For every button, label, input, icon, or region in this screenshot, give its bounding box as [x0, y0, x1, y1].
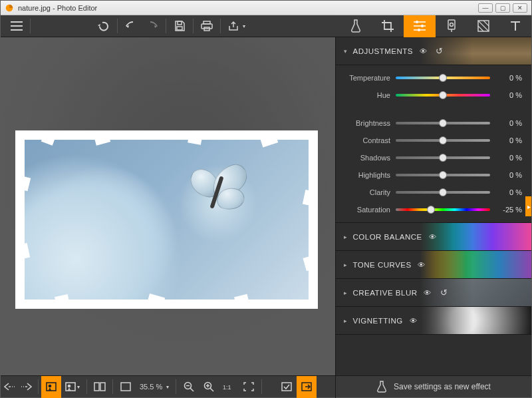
- panel-collapse-handle[interactable]: ▸: [525, 196, 531, 216]
- zoom-out-button[interactable]: [179, 376, 199, 398]
- tab-retouch[interactable]: [436, 15, 467, 37]
- butterfly-icon: [188, 162, 268, 222]
- slider-label: Shadows: [342, 154, 390, 162]
- slider-track[interactable]: [396, 156, 490, 159]
- forward-button[interactable]: [142, 15, 163, 37]
- zoom-100-button[interactable]: 1:1: [219, 376, 239, 398]
- next-image-button[interactable]: [18, 376, 35, 398]
- slider-knob[interactable]: [439, 171, 447, 179]
- minimize-button[interactable]: —: [478, 3, 493, 13]
- slider-value: -25 %: [495, 206, 522, 214]
- svg-point-10: [450, 23, 454, 27]
- export-button[interactable]: ▾: [223, 15, 250, 37]
- save-effect-label: Save settings as new effect: [394, 382, 491, 391]
- undo-button[interactable]: [93, 15, 114, 37]
- slider-label: Highlights: [342, 171, 390, 179]
- slider-label: Brightness: [342, 119, 390, 127]
- section-title: CREATIVE BLUR: [353, 289, 418, 297]
- zoom-readout: 35.5 %: [136, 383, 166, 391]
- eye-icon[interactable]: 👁: [428, 233, 438, 241]
- print-button[interactable]: [196, 15, 217, 37]
- tab-effects[interactable]: [340, 15, 372, 37]
- slider-knob[interactable]: [439, 136, 447, 144]
- slider-knob[interactable]: [427, 206, 435, 214]
- section-title: VIGNETTING: [353, 317, 403, 325]
- slider-value: 0 %: [495, 154, 522, 162]
- back-button[interactable]: [120, 15, 142, 37]
- slider-clarity: Clarity0 %: [342, 186, 522, 198]
- tab-adjust[interactable]: [404, 15, 436, 37]
- slider-track[interactable]: [396, 208, 490, 211]
- section-title: COLOR BALANCE: [353, 233, 422, 241]
- window-title: nature.jpg - Photo Editor: [18, 4, 478, 12]
- save-button[interactable]: [169, 15, 190, 37]
- titlebar: nature.jpg - Photo Editor — ▢ ✕: [1, 1, 531, 15]
- slider-track[interactable]: [396, 77, 490, 79]
- tab-text[interactable]: [499, 15, 531, 37]
- save-effect-button[interactable]: Save settings as new effect: [335, 376, 531, 398]
- slider-label: Contrast: [342, 136, 390, 144]
- slider-value: 0 %: [495, 188, 522, 196]
- slider-knob[interactable]: [439, 91, 447, 99]
- top-toolbar: ▾: [1, 15, 531, 37]
- svg-rect-16: [94, 383, 99, 391]
- section-tone-curves[interactable]: ▸TONE CURVES👁: [336, 251, 531, 279]
- zoom-in-button[interactable]: [199, 376, 219, 398]
- tab-textures[interactable]: [467, 15, 499, 37]
- zoom-fit-button[interactable]: [239, 376, 259, 398]
- slider-highlights: Highlights0 %: [342, 169, 522, 181]
- svg-point-7: [421, 25, 424, 27]
- apply-button[interactable]: [277, 376, 297, 398]
- panel-tabs: [340, 15, 531, 37]
- section-vignetting[interactable]: ▸VIGNETTING👁: [336, 307, 531, 335]
- split-view-button[interactable]: [90, 376, 110, 398]
- svg-rect-17: [100, 383, 105, 391]
- eye-icon[interactable]: 👁: [417, 261, 428, 269]
- eye-icon[interactable]: 👁: [418, 47, 429, 55]
- hamburger-menu-button[interactable]: [6, 15, 27, 37]
- section-title: ADJUSTMENTS: [353, 47, 413, 55]
- slider-track[interactable]: [396, 139, 490, 142]
- tab-crop[interactable]: [372, 15, 404, 37]
- chevron-down-icon: ▾: [344, 48, 348, 55]
- slider-contrast: Contrast0 %: [342, 134, 522, 146]
- single-view-button[interactable]: [41, 376, 61, 398]
- reset-icon[interactable]: ↺: [434, 46, 445, 56]
- zoom-dropdown[interactable]: ▾: [166, 384, 173, 390]
- prev-image-button[interactable]: [1, 376, 18, 398]
- slider-brightness: Brightness0 %: [342, 117, 522, 129]
- maximize-button[interactable]: ▢: [495, 3, 510, 13]
- slider-track[interactable]: [396, 94, 490, 97]
- slider-knob[interactable]: [439, 154, 447, 162]
- svg-rect-9: [448, 20, 455, 29]
- close-button[interactable]: ✕: [513, 3, 527, 13]
- slider-track[interactable]: [396, 174, 490, 176]
- slider-knob[interactable]: [439, 119, 447, 127]
- reset-icon[interactable]: ↺: [439, 288, 450, 298]
- eye-icon[interactable]: 👁: [423, 289, 434, 297]
- fit-view-button[interactable]: [116, 376, 136, 398]
- section-title: TONE CURVES: [353, 261, 412, 269]
- svg-rect-22: [282, 383, 291, 391]
- slider-label: Hue: [342, 91, 390, 99]
- export-image-button[interactable]: [297, 376, 317, 398]
- section-adjustments[interactable]: ▾ ADJUSTMENTS 👁 ↺: [336, 37, 531, 65]
- image-preview[interactable]: [15, 130, 318, 309]
- section-color-balance[interactable]: ▸COLOR BALANCE👁: [336, 223, 531, 251]
- slider-track[interactable]: [396, 191, 490, 194]
- adjustments-panel: ▾ ADJUSTMENTS 👁 ↺ Temperature0 %Hue0 %Br…: [335, 37, 531, 375]
- slider-label: Clarity: [342, 188, 390, 196]
- slider-temperature: Temperature0 %: [342, 72, 522, 84]
- slider-knob[interactable]: [439, 74, 447, 82]
- eye-icon[interactable]: 👁: [408, 317, 419, 325]
- slider-track[interactable]: [396, 122, 490, 124]
- chevron-right-icon: ▸: [344, 317, 348, 324]
- slider-hue: Hue0 %: [342, 89, 522, 101]
- canvas-area[interactable]: [1, 37, 335, 375]
- svg-rect-2: [177, 27, 182, 30]
- slider-knob[interactable]: [439, 188, 447, 196]
- section-creative-blur[interactable]: ▸CREATIVE BLUR👁↺: [336, 279, 531, 307]
- compare-view-button[interactable]: ▾: [61, 376, 84, 398]
- app-icon: [5, 3, 14, 13]
- slider-saturation: Saturation-25 %: [342, 204, 522, 216]
